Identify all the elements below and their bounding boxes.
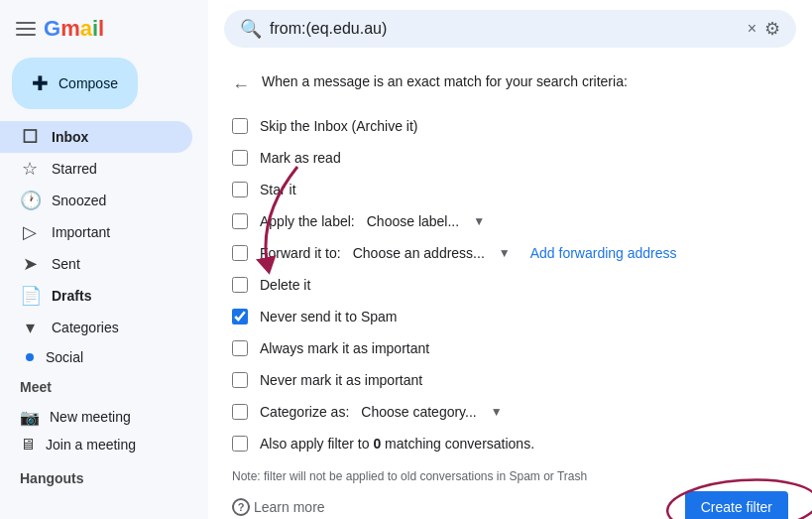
mark-read-text: Mark as read	[260, 150, 341, 166]
never-spam-checkbox[interactable]	[232, 309, 248, 324]
skip-inbox-text: Skip the Inbox (Archive it)	[260, 118, 418, 134]
forward-arrow-icon: ▼	[499, 246, 511, 260]
important-icon: ▷	[20, 221, 40, 243]
also-apply-checkbox[interactable]	[232, 436, 248, 452]
filter-footer: ? Learn more Create filter	[232, 491, 788, 519]
mark-read-checkbox[interactable]	[232, 150, 248, 166]
filter-option-star-label[interactable]: Star it	[232, 182, 296, 197]
important-label: Important	[52, 224, 110, 240]
filter-back-section: ← When a message is an exact match for y…	[232, 73, 788, 96]
drafts-icon: 📄	[20, 285, 40, 307]
sidebar-header: Gmail	[0, 8, 208, 50]
filter-option-also-apply-label[interactable]: Also apply filter to 0 matching conversa…	[232, 436, 534, 452]
forward-checkbox[interactable]	[232, 245, 248, 261]
search-clear-button[interactable]: ×	[748, 20, 756, 38]
forward-text: Forward it to:	[260, 245, 341, 261]
sidebar-item-join-meeting[interactable]: 🖥 Join a meeting	[0, 431, 208, 458]
compose-label: Compose	[58, 75, 118, 91]
sidebar-item-snoozed[interactable]: 🕐 Snoozed	[0, 185, 192, 216]
filter-option-star: Star it	[232, 176, 788, 203]
apply-label-checkbox[interactable]	[232, 213, 248, 229]
categorize-dropdown[interactable]: Choose category...	[361, 404, 476, 420]
categories-icon: ▾	[20, 317, 40, 338]
filter-option-never-spam-label[interactable]: Never send it to Spam	[232, 309, 398, 324]
sidebar-item-starred[interactable]: ☆ Starred	[0, 153, 192, 185]
categories-label: Categories	[52, 320, 119, 335]
filter-option-never-spam: Never send it to Spam	[232, 303, 788, 330]
star-checkbox[interactable]	[232, 182, 248, 197]
star-text: Star it	[260, 182, 296, 197]
compose-button[interactable]: ✚ Compose	[12, 58, 138, 109]
meet-section-title: Meet	[0, 371, 208, 403]
delete-checkbox[interactable]	[232, 277, 248, 293]
sidebar-item-sent[interactable]: ➤ Sent	[0, 248, 192, 280]
categorize-arrow-icon: ▼	[491, 405, 503, 419]
filter-option-skip-inbox-label[interactable]: Skip the Inbox (Archive it)	[232, 118, 418, 134]
social-label: Social	[46, 349, 83, 365]
inbox-icon: ☐	[20, 126, 40, 148]
apply-label-text: Apply the label:	[260, 213, 355, 229]
sidebar-item-new-meeting[interactable]: 📷 New meeting	[0, 403, 208, 431]
filter-option-mark-read-label[interactable]: Mark as read	[232, 150, 341, 166]
search-icon: 🔍	[240, 18, 262, 40]
learn-more-text: Learn more	[254, 499, 325, 515]
filter-options-list: Skip the Inbox (Archive it) Mark as read…	[232, 112, 788, 457]
social-dot-icon	[26, 353, 34, 361]
filter-option-apply-label: Apply the label: Choose label... ▼	[232, 207, 788, 235]
join-meeting-label: Join a meeting	[46, 437, 136, 453]
never-important-text: Never mark it as important	[260, 372, 422, 388]
video-icon: 📷	[20, 408, 40, 427]
sidebar-item-inbox[interactable]: ☐ Inbox	[0, 121, 192, 153]
filter-note: Note: filter will not be applied to old …	[232, 469, 788, 483]
search-bar[interactable]: 🔍 × ⚙	[224, 10, 796, 48]
search-input[interactable]	[270, 20, 740, 38]
filter-option-skip-inbox: Skip the Inbox (Archive it)	[232, 112, 788, 140]
learn-more-link[interactable]: ? Learn more	[232, 498, 325, 516]
skip-inbox-checkbox[interactable]	[232, 118, 248, 134]
filter-option-mark-read: Mark as read	[232, 144, 788, 172]
sidebar-item-categories[interactable]: ▾ Categories	[0, 312, 192, 343]
add-forwarding-link[interactable]: Add forwarding address	[530, 245, 677, 261]
sidebar-item-important[interactable]: ▷ Important	[0, 216, 192, 248]
always-important-text: Always mark it as important	[260, 340, 429, 356]
sidebar-item-drafts[interactable]: 📄 Drafts	[0, 280, 192, 312]
sent-label: Sent	[52, 256, 80, 272]
hamburger-menu[interactable]	[16, 22, 36, 36]
filter-option-forward-label[interactable]: Forward it to:	[232, 245, 341, 261]
categorize-text: Categorize as:	[260, 404, 349, 420]
apply-label-dropdown[interactable]: Choose label...	[367, 213, 459, 229]
delete-text: Delete it	[260, 277, 310, 293]
filter-option-categorize: Categorize as: Choose category... ▼	[232, 398, 788, 426]
filter-option-apply-label-label[interactable]: Apply the label:	[232, 213, 355, 229]
compose-plus-icon: ✚	[32, 71, 49, 95]
sidebar: Gmail ✚ Compose ☐ Inbox ☆ Starred 🕐 Snoo…	[0, 0, 208, 519]
filter-option-never-important-label[interactable]: Never mark it as important	[232, 372, 422, 388]
always-important-checkbox[interactable]	[232, 340, 248, 356]
gmail-logo: Gmail	[44, 16, 104, 42]
back-arrow-button[interactable]: ←	[232, 75, 250, 96]
filter-option-always-important-label[interactable]: Always mark it as important	[232, 340, 429, 356]
sidebar-item-social[interactable]: Social	[0, 343, 192, 371]
filter-option-delete-label[interactable]: Delete it	[232, 277, 310, 293]
forward-address-dropdown[interactable]: Choose an address...	[353, 245, 485, 261]
filter-option-categorize-label[interactable]: Categorize as:	[232, 404, 349, 420]
search-settings-icon[interactable]: ⚙	[764, 18, 780, 40]
filter-description: When a message is an exact match for you…	[262, 73, 628, 89]
star-icon: ☆	[20, 158, 40, 180]
filter-panel: ← When a message is an exact match for y…	[208, 58, 812, 519]
monitor-icon: 🖥	[20, 436, 36, 454]
create-filter-button[interactable]: Create filter	[685, 491, 788, 519]
hangouts-section-title: Hangouts	[0, 462, 208, 494]
filter-option-forward: Forward it to: Choose an address... ▼ Ad…	[232, 239, 788, 267]
main-content: 🔍 × ⚙ ← When a message is an exact match…	[208, 0, 812, 519]
info-icon: ?	[232, 498, 250, 516]
categorize-checkbox[interactable]	[232, 404, 248, 420]
snoozed-icon: 🕐	[20, 190, 40, 211]
apply-label-arrow-icon: ▼	[473, 214, 485, 228]
starred-label: Starred	[52, 161, 97, 177]
never-important-checkbox[interactable]	[232, 372, 248, 388]
new-meeting-label: New meeting	[50, 409, 131, 425]
also-apply-text: Also apply filter to 0 matching conversa…	[260, 436, 534, 452]
snoozed-label: Snoozed	[52, 193, 106, 208]
drafts-label: Drafts	[52, 288, 91, 304]
